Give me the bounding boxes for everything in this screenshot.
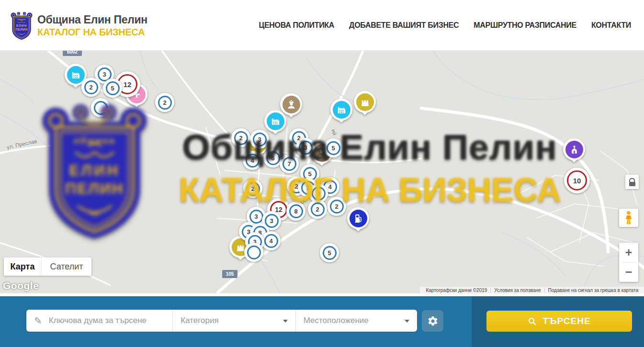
location-select-label: Местоположение xyxy=(304,316,369,325)
watermark-title: Община Елин Пелин xyxy=(159,126,580,168)
category-select[interactable]: Категория xyxy=(172,310,295,332)
site-subtitle: КАТАЛОГ НА БИЗНЕСА xyxy=(37,26,147,38)
watermark-shield-logo: община ЕЛИН ПЕЛИН xyxy=(41,102,148,240)
chevron-down-icon xyxy=(283,320,288,323)
site-title: Община Елин Пелин xyxy=(37,14,147,26)
nav-item[interactable]: МАРШРУТНО РАЗПИСАНИЕ xyxy=(474,21,576,30)
map-view-button[interactable]: Карта xyxy=(4,257,41,276)
pencil-icon: ✎ xyxy=(34,315,42,326)
satellite-view-button[interactable]: Сателит xyxy=(41,257,91,276)
map-cluster-marker[interactable]: 2 xyxy=(81,78,101,97)
zoom-out-button[interactable]: − xyxy=(619,263,638,282)
svg-text:община: община xyxy=(17,18,26,21)
map-cluster-marker[interactable]: 5 xyxy=(320,243,339,262)
attribution-link[interactable]: Подаване на сигнал за грешка в картата xyxy=(544,288,642,293)
municipality-shield-logo: община ЕЛИН ПЕЛИН xyxy=(10,11,34,40)
svg-text:ПЕЛИН: ПЕЛИН xyxy=(65,180,124,197)
nav-item[interactable]: ДОБАВЕТЕ ВАШИЯТ БИЗНЕС xyxy=(349,21,459,30)
svg-text:ЕЛИН: ЕЛИН xyxy=(69,162,120,179)
search-input-group: ✎ Категория Местоположение xyxy=(26,310,417,332)
map-cluster-marker[interactable]: 2 xyxy=(155,93,174,112)
google-logo[interactable]: Google xyxy=(3,280,39,291)
lock-icon xyxy=(629,178,635,182)
attribution-link[interactable]: Условия за ползване xyxy=(490,288,544,293)
search-button[interactable]: ТЪРСЕНЕ xyxy=(486,311,632,332)
map-canvas[interactable]: 6002105ул. Преславбул. „Новоселий 312252… xyxy=(0,51,644,293)
map-cluster-marker[interactable] xyxy=(244,243,263,262)
nav-item[interactable]: КОНТАКТИ xyxy=(591,21,631,30)
map-type-control: Карта Сателит xyxy=(4,257,91,276)
watermark-text: Община Елин Пелин КАТАЛОГ НА БИЗНЕСА xyxy=(159,126,580,209)
map-pin-bag[interactable] xyxy=(354,91,376,120)
keyword-search-input[interactable] xyxy=(48,315,172,326)
svg-text:ЕЛИН: ЕЛИН xyxy=(16,24,27,27)
map-pin-fuel[interactable] xyxy=(347,207,369,236)
map-attribution: Картографски данни ©2019Условия за ползв… xyxy=(420,287,644,293)
keyword-segment: ✎ xyxy=(26,310,172,332)
location-select[interactable]: Местоположение xyxy=(295,310,417,332)
svg-text:община: община xyxy=(74,135,115,146)
road-shield-label: 6002 xyxy=(63,51,82,56)
attribution-text: Картографски данни ©2019 xyxy=(422,288,490,293)
zoom-control: + − xyxy=(619,243,638,282)
lock-map-button[interactable] xyxy=(625,175,639,189)
search-icon xyxy=(528,317,537,326)
street-view-pegman-button[interactable] xyxy=(619,209,638,227)
category-select-label: Категория xyxy=(181,316,218,325)
page: община ЕЛИН ПЕЛИН Община Елин Пелин КАТА… xyxy=(0,0,644,347)
svg-text:ПЕЛИН: ПЕЛИН xyxy=(15,28,27,31)
chevron-down-icon xyxy=(405,320,409,323)
brand[interactable]: община ЕЛИН ПЕЛИН Община Елин Пелин КАТА… xyxy=(10,11,147,40)
map-cluster-marker[interactable]: 4 xyxy=(261,231,281,250)
search-bar: ✎ Категория Местоположение ТЪРСЕНЕ xyxy=(0,296,644,347)
zoom-in-button[interactable]: + xyxy=(619,243,638,262)
nav-item[interactable]: ЦЕНОВА ПОЛИТИКА xyxy=(259,21,335,30)
header: община ЕЛИН ПЕЛИН Община Елин Пелин КАТА… xyxy=(0,0,644,51)
watermark-subtitle: КАТАЛОГ НА БИЗНЕСА xyxy=(159,170,580,209)
main-nav: ЦЕНОВА ПОЛИТИКАДОБАВЕТЕ ВАШИЯТ БИЗНЕСМАР… xyxy=(259,0,631,50)
map-cluster-marker[interactable]: 5 xyxy=(103,78,122,98)
map-pin-factory[interactable] xyxy=(330,99,352,127)
advanced-settings-button[interactable] xyxy=(422,310,443,332)
search-button-label: ТЪРСЕНЕ xyxy=(542,316,590,326)
gear-icon xyxy=(427,315,439,327)
road-shield-label: 105 xyxy=(222,270,237,278)
pegman-icon xyxy=(622,211,635,225)
